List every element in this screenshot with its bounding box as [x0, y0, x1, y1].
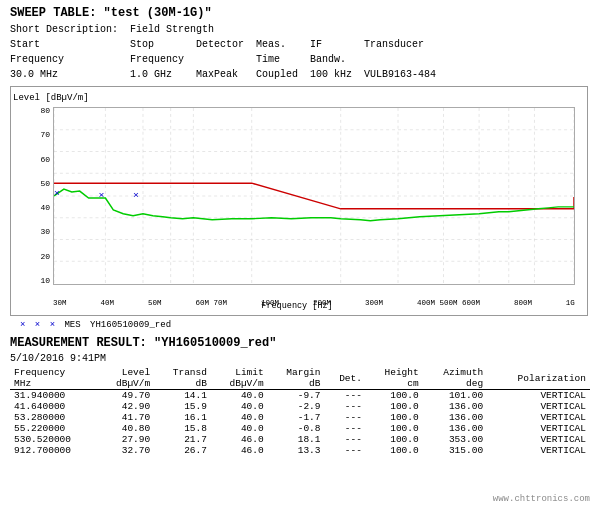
- col-detector-val: MaxPeak: [196, 67, 256, 82]
- col-stop-val: 1.0 GHz: [130, 67, 196, 82]
- y-tick-70: 70: [40, 131, 50, 139]
- y-tick-20: 20: [40, 253, 50, 261]
- table-cell: 100.0: [366, 412, 423, 423]
- legend-mes-label: MES: [64, 320, 80, 330]
- table-cell: 315.00: [423, 445, 487, 456]
- col-start-val: 30.0 MHz: [10, 67, 130, 82]
- measurement-table: FrequencyMHz LeveldBµV/m TransddB Limitd…: [10, 367, 590, 456]
- table-row: 41.64000042.9015.940.0-2.9---100.0136.00…: [10, 401, 590, 412]
- col-meas-sub: Time: [256, 52, 310, 67]
- table-cell: VERTICAL: [487, 434, 590, 445]
- table-cell: 353.00: [423, 434, 487, 445]
- col-stop-sub: Frequency: [130, 52, 196, 67]
- legend-x3: ×: [50, 320, 55, 330]
- y-tick-30: 30: [40, 228, 50, 236]
- th-limit: LimitdBµV/m: [211, 367, 268, 390]
- table-cell: 53.280000: [10, 412, 97, 423]
- sweep-header: Short Description: Field Strength Start …: [10, 22, 590, 82]
- table-cell: VERTICAL: [487, 423, 590, 434]
- table-cell: 27.90: [97, 434, 154, 445]
- table-cell: 40.80: [97, 423, 154, 434]
- table-row: 55.22000040.8015.840.0-0.8---100.0136.00…: [10, 423, 590, 434]
- col-meas-val: Coupled: [256, 67, 310, 82]
- table-cell: 49.70: [97, 390, 154, 402]
- legend-x1: ×: [20, 320, 25, 330]
- col-if-val: 100 kHz: [310, 67, 364, 82]
- col-detector-hdr: Detector: [196, 37, 256, 52]
- table-cell: 40.0: [211, 412, 268, 423]
- table-cell: 32.70: [97, 445, 154, 456]
- table-cell: ---: [325, 423, 366, 434]
- table-cell: VERTICAL: [487, 412, 590, 423]
- table-cell: VERTICAL: [487, 401, 590, 412]
- table-cell: 101.00: [423, 390, 487, 402]
- table-cell: 42.90: [97, 401, 154, 412]
- th-det: Det.: [325, 367, 366, 390]
- col-transducer-hdr: Transducer: [364, 37, 448, 52]
- svg-text:×: ×: [54, 188, 60, 199]
- col-if-hdr: IF: [310, 37, 364, 52]
- table-cell: 18.1: [268, 434, 325, 445]
- col-transducer-sub: [364, 52, 448, 67]
- table-cell: VERTICAL: [487, 445, 590, 456]
- desc-label: Short Description:: [10, 22, 130, 37]
- table-cell: VERTICAL: [487, 390, 590, 402]
- sweep-chart: Level [dBµV/m] 80 70 60 50 40 30 20 10: [10, 86, 588, 316]
- table-cell: 26.7: [154, 445, 211, 456]
- table-cell: 136.00: [423, 412, 487, 423]
- chart-svg: × × ×: [54, 108, 574, 284]
- table-row: 530.52000027.9021.746.018.1---100.0353.0…: [10, 434, 590, 445]
- table-row: 31.94000049.7014.140.0-9.7---100.0101.00…: [10, 390, 590, 402]
- table-cell: 15.9: [154, 401, 211, 412]
- table-row: 912.70000032.7026.746.013.3---100.0315.0…: [10, 445, 590, 456]
- y-tick-40: 40: [40, 204, 50, 212]
- chart-legend: × × × MES YH160510009_red: [10, 320, 590, 330]
- table-cell: ---: [325, 434, 366, 445]
- table-cell: 46.0: [211, 434, 268, 445]
- th-polar: Polarization: [487, 367, 590, 390]
- table-cell: ---: [325, 412, 366, 423]
- table-cell: 100.0: [366, 445, 423, 456]
- col-start-hdr: Start: [10, 37, 130, 52]
- th-height: Heightcm: [366, 367, 423, 390]
- table-row: 53.28000041.7016.140.0-1.7---100.0136.00…: [10, 412, 590, 423]
- y-tick-60: 60: [40, 156, 50, 164]
- table-cell: 16.1: [154, 412, 211, 423]
- y-axis-label: Level [dBµV/m]: [13, 93, 89, 103]
- th-azimuth: Azimuthdeg: [423, 367, 487, 390]
- table-cell: 55.220000: [10, 423, 97, 434]
- table-cell: -0.8: [268, 423, 325, 434]
- watermark: www.chttronics.com: [493, 494, 590, 504]
- x-axis-label: Frequency [Hz]: [11, 301, 583, 311]
- col-stop-hdr: Stop: [130, 37, 196, 52]
- table-cell: 41.70: [97, 412, 154, 423]
- col-start-sub: Frequency: [10, 52, 130, 67]
- svg-text:×: ×: [98, 190, 104, 201]
- table-cell: 21.7: [154, 434, 211, 445]
- table-cell: 46.0: [211, 445, 268, 456]
- th-transd: TransddB: [154, 367, 211, 390]
- measurement-section: MEASUREMENT RESULT: "YH160510009_red" 5/…: [10, 336, 590, 456]
- table-cell: 136.00: [423, 423, 487, 434]
- chart-plot-area: × × ×: [53, 107, 575, 285]
- table-cell: 40.0: [211, 423, 268, 434]
- table-cell: -2.9: [268, 401, 325, 412]
- table-cell: 31.940000: [10, 390, 97, 402]
- meas-title: MEASUREMENT RESULT: "YH160510009_red": [10, 336, 590, 350]
- table-cell: 100.0: [366, 390, 423, 402]
- y-axis-ticks: 80 70 60 50 40 30 20 10: [11, 107, 53, 285]
- th-frequency: FrequencyMHz: [10, 367, 97, 390]
- table-cell: 14.1: [154, 390, 211, 402]
- svg-text:×: ×: [133, 190, 139, 201]
- col-detector-sub: [196, 52, 256, 67]
- table-cell: 13.3: [268, 445, 325, 456]
- y-tick-80: 80: [40, 107, 50, 115]
- table-cell: ---: [325, 445, 366, 456]
- y-tick-50: 50: [40, 180, 50, 188]
- table-cell: 100.0: [366, 423, 423, 434]
- table-cell: 530.520000: [10, 434, 97, 445]
- col-meas-hdr: Meas.: [256, 37, 310, 52]
- table-cell: ---: [325, 390, 366, 402]
- table-cell: ---: [325, 401, 366, 412]
- legend-x2: ×: [35, 320, 40, 330]
